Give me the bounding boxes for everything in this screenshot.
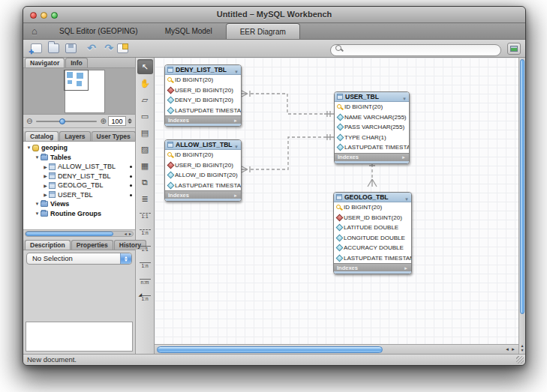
table-column-row[interactable]: TYPE CHAR(1) bbox=[335, 133, 409, 143]
model-tab[interactable]: MySQL Model bbox=[152, 24, 226, 39]
tree-item[interactable]: ▶ GEOLOG_TBL bbox=[23, 181, 135, 190]
sidebar-tab[interactable]: Navigator bbox=[25, 58, 65, 67]
tree-expand-icon[interactable]: ▼ bbox=[34, 155, 41, 160]
home-icon[interactable]: ⌂ bbox=[23, 24, 46, 39]
table-column-row[interactable]: USER_ID BIGINT(20) bbox=[334, 213, 411, 223]
table-column-row[interactable]: LATITUDE DOUBLE bbox=[334, 223, 411, 233]
zoom-in-icon[interactable]: ⊕ bbox=[101, 118, 107, 125]
palette-tool-button[interactable]: ▤ bbox=[137, 125, 153, 140]
table-column-row[interactable]: ALLOW_ID BIGINT(20) bbox=[165, 170, 241, 181]
table-column-row[interactable]: LASTUPDATE TIMESTAMP bbox=[334, 253, 411, 264]
sidebar-tab[interactable]: Catalog bbox=[25, 131, 59, 141]
sidebar-tab[interactable]: Properties bbox=[71, 240, 113, 250]
palette-tool-button[interactable]: ▨ bbox=[137, 142, 153, 157]
table-column-row[interactable]: LASTUPDATE TIMESTAMP bbox=[335, 142, 409, 153]
model-tab[interactable]: EER Diagram bbox=[226, 23, 300, 39]
diagram-table-deny-list-tbl[interactable]: DENY_LIST_TBL ID BIGINT(20) USER_ID BIGI… bbox=[164, 64, 242, 127]
resize-grip[interactable] bbox=[516, 356, 524, 364]
palette-tool-button[interactable]: ▭ bbox=[137, 109, 153, 124]
tree-item[interactable]: ▼ Routine Groups bbox=[23, 209, 135, 219]
tree-item[interactable]: ▶ DENY_LIST_TBL bbox=[23, 172, 135, 181]
tree-item[interactable]: ▶ USER_TBL bbox=[23, 190, 135, 200]
indexes-section[interactable]: Indexes bbox=[165, 115, 241, 124]
selection-dropdown[interactable]: No Selection bbox=[26, 253, 132, 265]
chevron-down-icon[interactable] bbox=[234, 139, 239, 151]
palette-tool-button[interactable]: ↖ bbox=[137, 59, 153, 74]
table-column-row[interactable]: ID BIGINT(20) bbox=[334, 202, 411, 213]
titlebar[interactable]: Untitled – MySQL Workbench bbox=[23, 7, 525, 23]
catalog-hscrollbar[interactable]: ◄ ► bbox=[25, 231, 134, 237]
navigator-minimap[interactable] bbox=[23, 68, 135, 115]
tree-item[interactable]: ▼ Tables bbox=[23, 153, 135, 163]
toolbar-button[interactable] bbox=[45, 41, 62, 55]
palette-tool-button[interactable]: ▦ bbox=[137, 158, 153, 173]
palette-tool-button[interactable]: ≣ bbox=[137, 191, 153, 206]
tree-item[interactable]: ▼ geoping bbox=[23, 143, 135, 153]
palette-tool-button[interactable]: 1:1 bbox=[137, 208, 153, 223]
canvas-hscrollbar[interactable]: ◄► bbox=[155, 344, 518, 354]
table-column-row[interactable]: LONGITUDE DOUBLE bbox=[334, 233, 411, 244]
table-column-row[interactable]: ACCURACY DOUBLE bbox=[334, 243, 411, 253]
toolbar-button[interactable] bbox=[28, 41, 44, 55]
tree-expand-icon[interactable]: ▶ bbox=[42, 164, 49, 169]
toolbar-button[interactable]: ↷ bbox=[97, 41, 113, 55]
toolbar-button[interactable] bbox=[114, 41, 131, 55]
sidebar-tab[interactable]: User Types bbox=[92, 131, 136, 141]
table-column-row[interactable]: PASS VARCHAR(255) bbox=[335, 122, 409, 133]
tree-expand-icon[interactable]: ▶ bbox=[42, 183, 49, 188]
canvas-vscrollbar[interactable]: ▲▼ bbox=[518, 58, 525, 354]
zoom-stepper[interactable] bbox=[128, 118, 132, 124]
tree-item[interactable]: ▶ ALLOW_LIST_TBL bbox=[23, 162, 135, 172]
sidebar-tab[interactable]: Description bbox=[25, 240, 71, 250]
sidebar-tab[interactable]: Info bbox=[65, 58, 88, 67]
diagram-table-allow-list-tbl[interactable]: ALLOW_LIST_TBL ID BIGINT(20) USER_ID BIG… bbox=[164, 139, 242, 202]
table-column-row[interactable]: LASTUPDATE TIMESTAMP bbox=[165, 181, 241, 191]
table-column-row[interactable]: ID BIGINT(20) bbox=[335, 102, 409, 112]
zoom-value-field[interactable]: 100 bbox=[108, 116, 126, 126]
zoom-out-icon[interactable]: ⊖ bbox=[26, 118, 32, 125]
chevron-down-icon[interactable] bbox=[234, 64, 239, 76]
minimap-viewport[interactable] bbox=[64, 70, 89, 91]
tree-expand-icon[interactable]: ▼ bbox=[34, 211, 41, 216]
table-column-row[interactable]: LASTUPDATE TIMESTAMP bbox=[165, 106, 241, 116]
zoom-slider[interactable] bbox=[36, 118, 96, 125]
palette-tool-button[interactable]: ✋ bbox=[137, 76, 153, 91]
table-column-row[interactable]: DENY_ID BIGINT(20) bbox=[165, 95, 241, 106]
table-column-row[interactable]: USER_ID BIGINT(20) bbox=[165, 160, 241, 171]
table-column-row[interactable]: ID BIGINT(20) bbox=[165, 150, 241, 160]
diagram-table-geolog-tbl[interactable]: GEOLOG_TBL ID BIGINT(20) USER_ID BIGINT(… bbox=[333, 192, 412, 274]
toggle-panel-button[interactable] bbox=[507, 43, 521, 55]
palette-tool-button[interactable]: 1:n bbox=[137, 290, 153, 305]
indexes-section[interactable]: Indexes bbox=[165, 190, 241, 199]
search-input[interactable] bbox=[330, 44, 501, 56]
hscrollbar-arrows[interactable]: ◄► bbox=[505, 347, 517, 352]
table-column-row[interactable]: NAME VARCHAR(255) bbox=[335, 112, 409, 123]
model-tab[interactable]: SQL Editor (GEOPING) bbox=[46, 24, 152, 39]
table-column-row[interactable]: USER_ID BIGINT(20) bbox=[165, 85, 241, 96]
zoom-slider-thumb[interactable] bbox=[59, 118, 65, 124]
palette-tool-button[interactable]: n:m bbox=[137, 274, 153, 289]
vscrollbar-thumb[interactable] bbox=[520, 59, 524, 314]
palette-tool-button[interactable]: 1:n bbox=[137, 257, 153, 272]
search-field[interactable] bbox=[330, 43, 501, 55]
indexes-section[interactable]: Indexes bbox=[334, 263, 411, 271]
tree-item[interactable]: ▼ Views bbox=[23, 199, 135, 209]
hscrollbar-thumb[interactable] bbox=[157, 346, 383, 353]
palette-tool-button[interactable]: ▱ bbox=[137, 92, 153, 107]
diagram-table-user-tbl[interactable]: USER_TBL ID BIGINT(20) NAME VARCHAR(255) bbox=[334, 91, 410, 164]
sidebar-tab[interactable]: Layers bbox=[59, 131, 90, 141]
vscrollbar-arrows[interactable]: ▲▼ bbox=[519, 343, 525, 352]
toolbar-button[interactable] bbox=[62, 41, 79, 55]
diagram-canvas[interactable]: DENY_LIST_TBL ID BIGINT(20) USER_ID BIGI… bbox=[155, 58, 518, 344]
toolbar-button[interactable]: ↶ bbox=[80, 41, 96, 55]
tree-expand-icon[interactable]: ▼ bbox=[34, 202, 41, 206]
palette-tool-button[interactable]: ⧉ bbox=[137, 175, 153, 190]
tree-expand-icon[interactable]: ▶ bbox=[42, 173, 49, 178]
table-column-row[interactable]: ID BIGINT(20) bbox=[165, 75, 241, 85]
chevron-down-icon[interactable] bbox=[402, 91, 407, 103]
palette-tool-button[interactable]: 1:n bbox=[137, 224, 153, 239]
indexes-section[interactable]: Indexes bbox=[335, 153, 409, 161]
tree-expand-icon[interactable]: ▶ bbox=[42, 192, 49, 197]
sidebar-tab[interactable]: History bbox=[114, 240, 146, 250]
tree-expand-icon[interactable]: ▼ bbox=[26, 145, 32, 150]
